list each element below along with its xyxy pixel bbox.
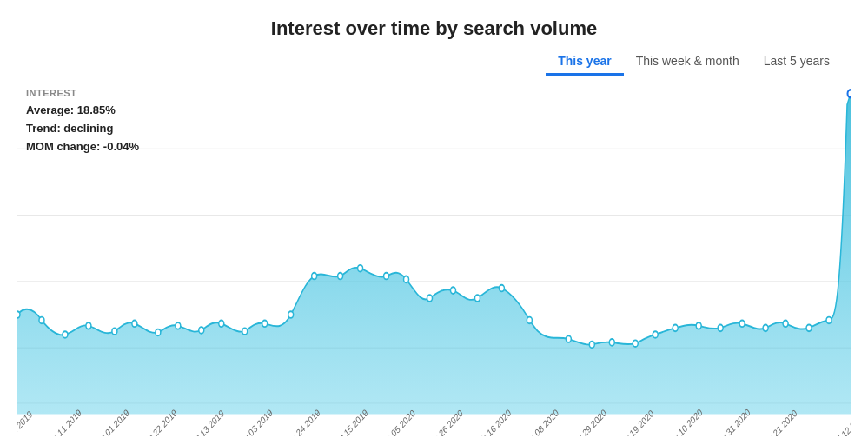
svg-point-38	[783, 320, 788, 327]
svg-point-35	[718, 325, 723, 332]
svg-point-8	[86, 322, 91, 329]
tab-last-5-years[interactable]: Last 5 years	[752, 49, 842, 76]
svg-point-23	[427, 295, 433, 302]
tabs-container: This year This week & month Last 5 years	[17, 49, 851, 76]
svg-point-6	[39, 317, 44, 324]
svg-point-33	[673, 325, 678, 332]
tab-this-year[interactable]: This year	[546, 49, 623, 76]
tab-this-week-month[interactable]: This week & month	[624, 49, 752, 76]
stats-trend: Trend: declining	[26, 120, 139, 138]
svg-point-7	[63, 331, 68, 338]
area-chart: Jul 21 2019 Aug 11 2019 Sep 01 2019 Sep …	[17, 83, 851, 436]
svg-point-21	[384, 273, 389, 280]
svg-point-13	[199, 327, 204, 334]
svg-point-9	[112, 328, 117, 335]
stats-section-label: INTEREST	[26, 88, 139, 98]
svg-point-11	[156, 329, 161, 336]
svg-point-14	[219, 320, 224, 327]
svg-point-32	[653, 331, 658, 338]
stats-panel: INTEREST Average: 18.85% Trend: declinin…	[26, 83, 139, 161]
svg-point-27	[527, 317, 532, 324]
svg-point-41	[848, 90, 851, 97]
svg-point-39	[806, 325, 812, 332]
page-title: Interest over time by search volume	[17, 17, 851, 40]
svg-point-5	[17, 311, 20, 318]
chart-area: INTEREST Average: 18.85% Trend: declinin…	[17, 83, 851, 436]
svg-point-10	[132, 320, 137, 327]
chart-wrapper: Jul 21 2019 Aug 11 2019 Sep 01 2019 Sep …	[17, 83, 851, 436]
svg-point-16	[262, 320, 268, 327]
svg-point-15	[242, 328, 248, 335]
svg-point-31	[633, 340, 638, 347]
svg-point-30	[609, 339, 614, 346]
svg-point-25	[474, 295, 480, 302]
svg-point-28	[566, 335, 571, 342]
svg-point-18	[312, 273, 317, 280]
svg-point-29	[589, 342, 594, 349]
svg-point-24	[450, 287, 455, 294]
svg-point-19	[338, 273, 343, 280]
svg-point-22	[404, 276, 409, 283]
svg-point-12	[176, 322, 181, 329]
svg-point-37	[763, 325, 768, 332]
svg-point-36	[739, 320, 745, 327]
svg-point-26	[499, 285, 504, 292]
svg-point-34	[696, 322, 701, 329]
svg-point-40	[826, 317, 832, 324]
svg-point-20	[358, 265, 363, 272]
stats-average: Average: 18.85%	[26, 102, 139, 120]
stats-mom-change: MOM change: -0.04%	[26, 138, 139, 156]
svg-point-17	[288, 311, 294, 318]
